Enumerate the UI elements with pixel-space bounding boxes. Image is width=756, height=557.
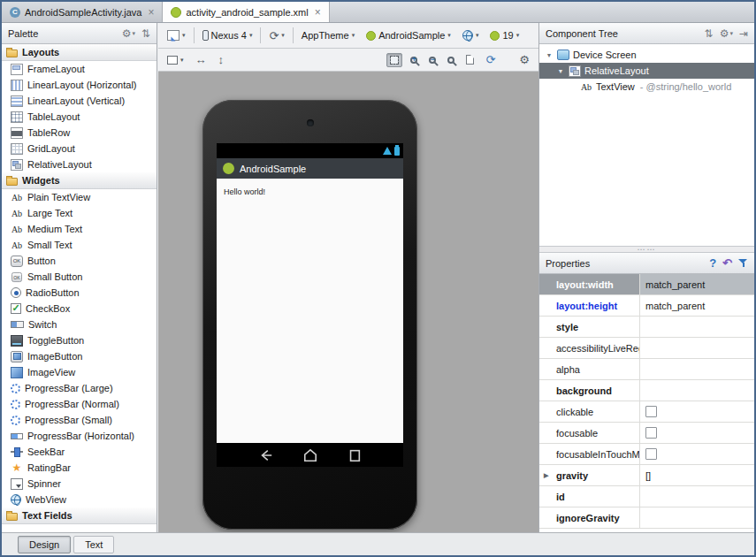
expander-icon[interactable]: ▼ <box>556 68 565 74</box>
layout-content[interactable]: Hello world! <box>217 179 403 443</box>
palette-item-spinner[interactable]: Spinner <box>2 476 157 492</box>
tab-text[interactable]: Text <box>73 536 114 553</box>
export-image-button[interactable] <box>462 52 477 67</box>
palette-item-togglebutton[interactable]: ToggleButton <box>2 332 157 348</box>
property-row-style[interactable]: style <box>539 317 754 338</box>
stretch-vertical-button[interactable]: ↕ <box>215 51 228 68</box>
palette-item-imageview[interactable]: ImageView <box>2 364 157 380</box>
palette-item-framelayout[interactable]: FrameLayout <box>2 61 157 77</box>
zoom-in-button[interactable]: + <box>407 54 421 66</box>
imagebutton-icon <box>11 351 23 362</box>
undo-icon[interactable]: ↶ <box>722 256 732 270</box>
hide-panel-icon[interactable]: ⇥ <box>739 28 748 39</box>
palette-item-small-button[interactable]: Small Button <box>2 269 157 285</box>
tab-design[interactable]: Design <box>18 536 71 553</box>
property-row-focusableintouchm[interactable]: focusableInTouchM <box>539 444 754 465</box>
palette-section-text-fields[interactable]: Text Fields <box>2 507 157 524</box>
property-value[interactable] <box>640 380 754 401</box>
property-value[interactable] <box>640 359 754 379</box>
palette-item-button[interactable]: Button <box>2 253 157 269</box>
activity-select[interactable]: AndroidSample ▾ <box>363 27 454 43</box>
palette-item-gridlayout[interactable]: GridLayout <box>2 141 157 156</box>
property-value[interactable] <box>640 444 754 464</box>
palette-item-seekbar[interactable]: SeekBar <box>2 444 157 460</box>
palette-item-switch[interactable]: Switch <box>2 317 157 332</box>
property-row-accessibilitylivereg[interactable]: accessibilityLiveReg <box>539 338 754 359</box>
tree-node-textview[interactable]: TextView- @string/hello_world <box>539 79 754 95</box>
close-icon[interactable]: × <box>148 7 154 18</box>
property-value[interactable]: [] <box>640 465 754 485</box>
property-row-layout-width[interactable]: layout:widthmatch_parent <box>539 274 754 295</box>
palette-item-linearlayout-horizontal[interactable]: LinearLayout (Horizontal) <box>2 77 157 93</box>
tab-androidsampleactivity-java[interactable]: C AndroidSampleActivity.java × <box>2 2 163 22</box>
filter-icon[interactable] <box>738 258 748 268</box>
gear-icon[interactable]: ⚙▾ <box>122 28 135 39</box>
panel-splitter[interactable]: ⋯⋯ <box>539 246 754 253</box>
sort-icon[interactable]: ⇅ <box>705 28 714 39</box>
palette-section-layouts[interactable]: Layouts <box>2 44 157 61</box>
palette-item-tablelayout[interactable]: TableLayout <box>2 109 157 125</box>
device-select[interactable]: Nexus 4 ▾ <box>199 27 256 43</box>
close-icon[interactable]: × <box>315 7 321 18</box>
property-row-focusable[interactable]: focusable <box>539 423 754 444</box>
property-value[interactable] <box>640 423 754 443</box>
zoom-actual-button[interactable] <box>444 54 458 66</box>
property-row-background[interactable]: background <box>539 380 754 401</box>
palette-item-plain-textview[interactable]: Plain TextView <box>2 189 157 205</box>
configuration-button[interactable]: ▾ <box>164 27 189 43</box>
palette-item-linearlayout-vertical[interactable]: LinearLayout (Vertical) <box>2 93 157 109</box>
palette-item-progressbar-horizontal[interactable]: ProgressBar (Horizontal) <box>2 428 157 444</box>
stretch-horizontal-button[interactable]: ↔ <box>192 51 210 68</box>
settings-button[interactable]: ⚙ <box>515 51 533 68</box>
expand-icon[interactable]: ▶ <box>544 472 548 479</box>
property-row-id[interactable]: id <box>539 486 754 507</box>
palette-item-tablerow[interactable]: TableRow <box>2 125 157 141</box>
property-value[interactable] <box>640 317 754 337</box>
sort-icon[interactable]: ⇅ <box>141 28 150 39</box>
expander-icon[interactable]: ▼ <box>545 52 554 58</box>
tab-activity-android-sample-xml[interactable]: activity_android_sample.xml × <box>163 2 329 22</box>
tree-node-device-screen[interactable]: ▼Device Screen <box>539 47 754 63</box>
preview-mode-button[interactable]: ▾ <box>164 53 187 67</box>
api-level-select[interactable]: 19 ▾ <box>486 27 523 43</box>
checkbox[interactable] <box>645 427 657 439</box>
palette-item-progressbar-large[interactable]: ProgressBar (Large) <box>2 380 157 396</box>
palette-item-ratingbar[interactable]: RatingBar <box>2 460 157 476</box>
design-canvas[interactable]: AndroidSample Hello world! <box>158 72 538 532</box>
palette-item-small-text[interactable]: Small Text <box>2 237 157 253</box>
property-row-gravity[interactable]: ▶gravity[] <box>539 465 754 486</box>
property-value[interactable] <box>640 507 754 528</box>
checkbox[interactable] <box>645 406 657 417</box>
property-value[interactable]: match_parent <box>640 295 754 316</box>
palette-item-medium-text[interactable]: Medium Text <box>2 221 157 237</box>
palette-section-widgets[interactable]: Widgets <box>2 172 157 189</box>
property-value[interactable] <box>640 401 754 422</box>
property-row-ignoregravity[interactable]: ignoreGravity <box>539 507 754 529</box>
help-icon[interactable]: ? <box>709 256 716 270</box>
palette-item-progressbar-normal[interactable]: ProgressBar (Normal) <box>2 396 157 412</box>
palette-item-imagebutton[interactable]: ImageButton <box>2 348 157 364</box>
palette-item-webview[interactable]: WebView <box>2 492 157 507</box>
hello-world-textview[interactable]: Hello world! <box>224 187 265 196</box>
zoom-fit-button[interactable] <box>386 53 402 67</box>
palette-item-large-text[interactable]: Large Text <box>2 205 157 221</box>
property-row-clickable[interactable]: clickable <box>539 401 754 423</box>
theme-select[interactable]: AppTheme ▾ <box>298 27 358 43</box>
property-value[interactable] <box>640 338 754 358</box>
refresh-button[interactable]: ⟳ <box>482 51 499 68</box>
property-row-layout-height[interactable]: layout:heightmatch_parent <box>539 295 754 317</box>
checkbox[interactable] <box>645 448 657 460</box>
palette-item-radiobutton[interactable]: RadioButton <box>2 285 157 301</box>
zoom-out-button[interactable]: − <box>425 54 439 66</box>
palette-item-checkbox[interactable]: CheckBox <box>2 301 157 317</box>
property-value[interactable] <box>640 486 754 507</box>
tree-node-relativelayout[interactable]: ▼RelativeLayout <box>539 63 754 79</box>
property-row-alpha[interactable]: alpha <box>539 359 754 380</box>
palette-item-progressbar-small[interactable]: ProgressBar (Small) <box>2 412 157 428</box>
orientation-select[interactable]: ⟳ ▾ <box>265 27 287 44</box>
palette-item-relativelayout[interactable]: RelativeLayout <box>2 156 157 172</box>
property-value[interactable]: match_parent <box>640 274 754 294</box>
gear-icon[interactable]: ⚙▾ <box>720 28 733 39</box>
device-screen[interactable]: AndroidSample Hello world! <box>217 143 403 467</box>
locale-select[interactable]: ▾ <box>459 27 483 43</box>
